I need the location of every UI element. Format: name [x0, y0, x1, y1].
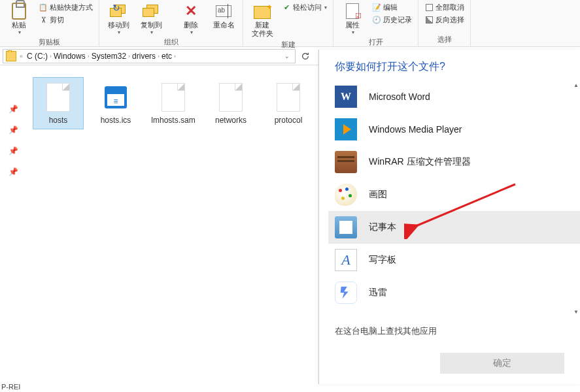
cut-button[interactable]: ✂剪切	[37, 14, 95, 25]
breadcrumb-segment[interactable]: C (C:)	[27, 52, 48, 61]
chevron-right-icon: ›	[50, 53, 52, 59]
app-item[interactable]: Windows Media Player	[328, 113, 580, 146]
ribbon: 粘贴 ▾ 📋粘贴快捷方式 ✂剪切 剪贴板 ↻ 移动到▾ 复制到▾ ✕ 删除▾	[0, 0, 580, 47]
file-item[interactable]: networks	[205, 77, 256, 129]
breadcrumb: C (C:)›Windows›System32›drivers›etc›	[27, 52, 176, 61]
app-label: Windows Media Player	[369, 124, 462, 135]
history-icon: 🕘	[372, 15, 381, 24]
file-label: protocol	[275, 116, 303, 125]
app-item[interactable]: WMicrosoft Word	[328, 80, 580, 113]
word-icon: W	[335, 86, 357, 108]
copy-icon	[143, 3, 160, 20]
move-icon: ↻	[110, 3, 127, 20]
find-more-apps-link[interactable]: 在这台电脑上查找其他应用	[319, 316, 580, 346]
scroll-down-button[interactable]: ▼	[572, 307, 580, 316]
pin-icon[interactable]: 📌	[9, 167, 18, 176]
dialog-title: 你要如何打开这个文件?	[319, 50, 580, 80]
chevron-right-icon: ›	[128, 53, 130, 59]
file-item[interactable]: hosts.ics	[90, 77, 141, 129]
paint-icon	[335, 184, 357, 206]
history-button[interactable]: 🕘历史记录	[370, 14, 414, 25]
wordpad-icon: A	[335, 249, 357, 271]
file-item[interactable]: protocol	[263, 77, 314, 129]
delete-icon: ✕	[182, 3, 199, 20]
rename-button[interactable]: 重命名	[209, 1, 239, 31]
file-icon	[102, 82, 129, 113]
chevron-right-icon: ›	[158, 53, 160, 59]
rename-icon	[215, 3, 232, 20]
folder-icon	[6, 51, 16, 61]
winrar-icon	[335, 151, 357, 173]
file-label: hosts	[49, 116, 68, 125]
pin-icon[interactable]: 📌	[9, 146, 18, 155]
breadcrumb-segment[interactable]: System32	[92, 52, 126, 61]
refresh-icon	[301, 52, 310, 61]
delete-button[interactable]: ✕ 删除▾	[176, 1, 206, 37]
ribbon-group-clipboard: 粘贴 ▾ 📋粘贴快捷方式 ✂剪切 剪贴板	[0, 0, 99, 46]
checkmark-icon: ✔	[282, 3, 291, 12]
file-item[interactable]: lmhosts.sam	[148, 77, 199, 129]
ribbon-group-select: 全部取消 反向选择 选择	[418, 0, 471, 46]
notepad-icon	[335, 216, 357, 238]
file-icon	[275, 82, 302, 113]
app-item[interactable]: 记事本	[328, 211, 580, 244]
easy-access-button[interactable]: ✔轻松访问▾	[280, 1, 329, 13]
pin-icon[interactable]: 📌	[9, 125, 18, 135]
file-label: networks	[215, 116, 247, 125]
select-all-button[interactable]: 全部取消	[422, 1, 466, 13]
app-label: 画图	[369, 189, 387, 201]
edit-button[interactable]: 📝编辑	[370, 1, 414, 13]
paste-button[interactable]: 粘贴 ▾	[4, 1, 34, 37]
pin-icon[interactable]: 📌	[9, 105, 18, 114]
invert-selection-button[interactable]: 反向选择	[422, 14, 466, 25]
selectall-icon	[424, 3, 434, 12]
app-item[interactable]: WinRAR 压缩文件管理器	[328, 146, 580, 178]
ribbon-group-open: 属性▾ 📝编辑 🕘历史记录 打开	[333, 0, 418, 46]
chevron-right-icon: ›	[174, 53, 176, 59]
app-label: 写字板	[369, 254, 396, 266]
app-label: 迅雷	[369, 287, 387, 299]
file-icon	[160, 82, 187, 113]
file-icon	[217, 82, 245, 113]
move-to-button[interactable]: ↻ 移动到▾	[103, 1, 133, 37]
edit-icon: 📝	[372, 3, 381, 12]
scroll-up-button[interactable]: ▲	[572, 80, 580, 90]
app-label: WinRAR 压缩文件管理器	[369, 156, 471, 168]
app-item[interactable]: 画图	[328, 178, 580, 211]
shortcut-icon: 📋	[39, 3, 48, 12]
file-label: hosts.ics	[101, 116, 131, 125]
wmp-icon	[335, 118, 357, 140]
scissors-icon: ✂	[39, 15, 48, 24]
app-label: Microsoft Word	[369, 91, 430, 102]
file-icon	[44, 82, 72, 113]
file-item[interactable]: hosts	[33, 77, 84, 129]
new-folder-button[interactable]: 新建 文件夹	[247, 1, 277, 39]
paste-shortcut-button[interactable]: 📋粘贴快捷方式	[37, 1, 95, 13]
breadcrumb-segment[interactable]: drivers	[132, 52, 156, 61]
breadcrumb-segment[interactable]: etc	[162, 52, 172, 61]
ok-button[interactable]: 确定	[440, 353, 564, 374]
copy-to-button[interactable]: 复制到▾	[136, 1, 166, 37]
breadcrumb-segment[interactable]: Windows	[54, 52, 86, 61]
file-label: lmhosts.sam	[151, 116, 195, 125]
app-item[interactable]: A写字板	[328, 244, 580, 276]
open-with-dialog: 你要如何打开这个文件? WMicrosoft WordWindows Media…	[318, 50, 580, 384]
app-label: 记事本	[369, 221, 396, 233]
xunlei-icon	[335, 282, 357, 304]
app-list[interactable]: WMicrosoft WordWindows Media PlayerWinRA…	[319, 80, 580, 316]
refresh-button[interactable]	[298, 49, 313, 63]
scrollbar[interactable]: ▲ ▼	[572, 80, 580, 316]
address-dropdown[interactable]: ⌄	[282, 52, 292, 61]
chevron-right-icon: ›	[88, 53, 90, 59]
group-label: 选择	[437, 34, 452, 45]
clipboard-icon	[10, 3, 27, 20]
address-box[interactable]: « C (C:)›Windows›System32›drivers›etc› ⌄	[3, 49, 296, 63]
properties-button[interactable]: 属性▾	[337, 1, 367, 37]
ribbon-group-new: 新建 文件夹 ✔轻松访问▾ 新建	[243, 0, 333, 46]
app-item[interactable]: 迅雷	[328, 276, 580, 309]
group-label: 组织	[164, 37, 179, 48]
group-label: 剪贴板	[39, 37, 60, 48]
properties-icon	[344, 3, 361, 20]
quick-access-pins: 📌 📌 📌 📌	[0, 65, 26, 392]
ribbon-group-organize: ↻ 移动到▾ 复制到▾ ✕ 删除▾ 重命名 组织	[99, 0, 243, 46]
